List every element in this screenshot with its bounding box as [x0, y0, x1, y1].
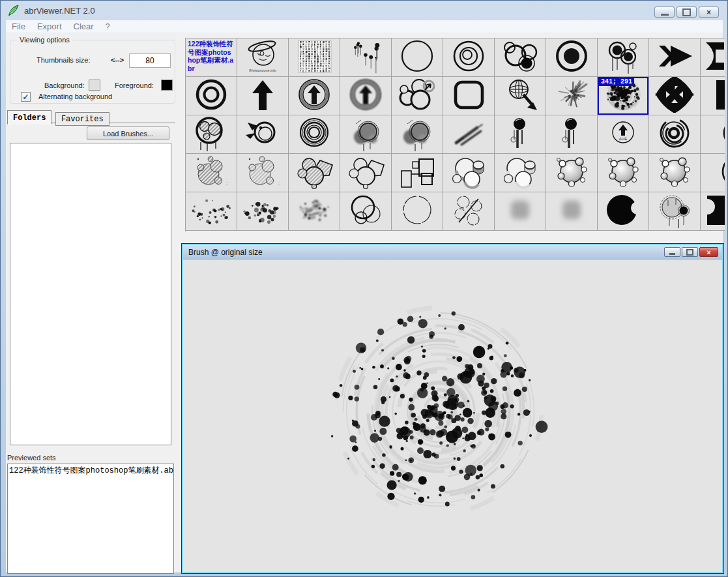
brush-thumbnail-circled-arrow[interactable]	[289, 77, 340, 115]
brush-thumbnail-cylinder-cluster-outline[interactable]	[495, 154, 546, 192]
brush-thumbnail-art	[547, 38, 596, 77]
maximize-icon	[682, 8, 691, 16]
maximize-button[interactable]	[677, 7, 697, 18]
brush-thumbnail-poly-cluster-outline[interactable]	[340, 154, 392, 192]
menu-export[interactable]: Export	[31, 20, 68, 33]
close-button[interactable]: ×	[699, 7, 719, 18]
brush-thumbnail-poly-cluster[interactable]	[289, 154, 340, 192]
brush-thumbnail-shaded-sphere-2[interactable]	[598, 154, 649, 192]
svg-text:::: ::	[278, 181, 280, 185]
brush-thumbnail-black-cutout[interactable]	[701, 192, 725, 231]
brush-thumbnail-bitten-circle[interactable]	[598, 192, 649, 231]
brush-thumbnail-bold-target[interactable]	[546, 38, 598, 77]
brush-thumbnail-circled-arrow-soft[interactable]	[340, 77, 392, 115]
menubar: File Export Clear ?	[6, 20, 723, 33]
brush-thumbnail-stamp-arrow-circle[interactable]: AUE	[598, 115, 649, 154]
brush-thumbnail-comet-streaks[interactable]	[443, 115, 495, 154]
preview-window: Brush @ original size ×	[181, 243, 724, 574]
menu-help[interactable]: ?	[100, 20, 116, 33]
brush-thumbnail-art	[342, 77, 390, 115]
brush-thumbnail-set-title[interactable]: 122种装饰性符号图案photoshop笔刷素材.abr	[186, 38, 237, 77]
resize-hint[interactable]: <-->	[111, 56, 124, 64]
brush-thumbnail-dot-spray[interactable]	[186, 192, 237, 231]
brush-thumbnail-art	[496, 115, 545, 154]
folders-listbox[interactable]	[10, 143, 171, 445]
brush-thumbnail-art	[599, 154, 648, 192]
brush-thumbnail-hatched-circle-drips[interactable]	[186, 115, 237, 154]
brush-thumbnail-offset-rings[interactable]	[649, 115, 701, 154]
brush-thumbnail-sketch-circle[interactable]	[392, 192, 443, 231]
brush-thumbnail-offset-rings-2[interactable]	[701, 115, 725, 154]
brush-thumbnail-black-rect[interactable]	[701, 77, 725, 115]
minimize-button[interactable]	[654, 7, 675, 18]
brush-thumbnail-art	[702, 154, 725, 192]
previewed-set-item[interactable]: 122种装饰性符号图案photoshop笔刷素材.abr	[9, 465, 172, 476]
brush-thumbnail-balloon-drip[interactable]	[495, 115, 546, 154]
brush-thumbnail-text-texture[interactable]	[289, 38, 340, 77]
tab-favorites[interactable]: Favorites	[55, 112, 109, 126]
brush-thumbnail-soft-cluster-2[interactable]	[392, 115, 443, 154]
brush-thumbnail-art	[547, 192, 596, 231]
svg-text:AUE: AUE	[619, 137, 626, 141]
brush-thumbnail-doodle-face[interactable]: INvisionzone.info	[237, 38, 289, 77]
background-label: Background:	[44, 81, 85, 89]
brush-thumbnail-rect-frames[interactable]	[392, 154, 443, 192]
preview-maximize-button[interactable]	[682, 247, 698, 257]
brush-thumbnail-dot-smudge[interactable]	[289, 192, 340, 231]
preview-close-button[interactable]: ×	[699, 247, 718, 257]
brush-thumbnail-dot-spray-dark[interactable]	[237, 192, 289, 231]
preview-titlebar[interactable]: Brush @ original size ×	[183, 245, 722, 259]
brush-thumbnail-art	[187, 77, 236, 115]
brush-thumbnail-balloon-rings[interactable]	[598, 38, 649, 77]
preview-canvas[interactable]	[183, 259, 722, 572]
brush-thumbnail-art	[650, 154, 699, 192]
brush-thumbnail-globe-arrow[interactable]	[495, 77, 546, 115]
brush-thumbnail-hook-circle[interactable]	[237, 115, 289, 154]
brush-thumbnail-balloon-drip-2[interactable]	[546, 115, 598, 154]
alternating-background-checkbox[interactable]: ✓	[21, 92, 31, 102]
brush-thumbnail-hatch-cluster[interactable]: ::	[186, 154, 237, 192]
brush-thumbnail-sketch-cluster[interactable]	[443, 192, 495, 231]
thumbnails-size-label: Thumbnails size:	[36, 56, 91, 64]
menu-file[interactable]: File	[6, 20, 31, 33]
brush-thumbnail-black-bracket[interactable]	[701, 38, 725, 77]
brush-thumbnail-shaded-sphere-3[interactable]	[649, 154, 701, 192]
tab-folders[interactable]: Folders	[7, 110, 51, 125]
brush-thumbnail-arc-left[interactable]	[701, 154, 725, 192]
brush-thumbnail-soft-blob[interactable]	[495, 192, 546, 231]
brush-thumbnail-multi-rings[interactable]	[289, 115, 340, 154]
brush-thumbnail-art	[290, 38, 339, 77]
brush-thumbnail-chevron-arrow[interactable]	[649, 38, 701, 77]
brush-thumbnail-circle-cluster-arrow[interactable]	[392, 77, 443, 115]
brush-thumbnail-art: AUE	[599, 115, 648, 154]
brush-thumbnail-art	[239, 77, 287, 115]
titlebar[interactable]: abrViewer.NET 2.0 ×	[1, 1, 727, 20]
foreground-swatch[interactable]	[161, 80, 173, 91]
thumbnails-size-input[interactable]	[129, 53, 171, 68]
brush-thumbnail-dandelion-dots[interactable]	[340, 38, 392, 77]
previewed-sets-listbox[interactable]: 122种装饰性符号图案photoshop笔刷素材.abr	[7, 464, 174, 574]
brush-thumbnail-rounded-square[interactable]	[443, 77, 495, 115]
background-swatch[interactable]	[89, 80, 100, 91]
preview-minimize-button[interactable]	[664, 247, 680, 257]
brush-thumbnail-pinwheel-x[interactable]	[649, 77, 701, 115]
brush-thumbnail-circle-outline[interactable]	[392, 38, 443, 77]
brush-thumbnail-art	[599, 38, 648, 77]
brush-thumbnail-triple-rings[interactable]	[443, 38, 495, 77]
brush-thumbnail-textured-ball[interactable]	[649, 192, 701, 231]
brush-thumbnail-spiral-dots[interactable]: 341; 291	[598, 77, 649, 115]
brush-thumbnail-burst[interactable]	[546, 77, 598, 115]
brush-thumbnail-cylinder-cluster[interactable]	[443, 154, 495, 192]
brush-thumbnail-overlap-circles[interactable]	[340, 192, 392, 231]
brush-thumbnail-art	[290, 154, 339, 192]
load-brushes-button[interactable]: Load Brushes...	[87, 126, 169, 140]
brush-thumbnail-hatch-cluster-light[interactable]: ::	[237, 154, 289, 192]
brush-thumbnail-soft-cluster[interactable]	[340, 115, 392, 154]
preview-minimize-icon	[669, 253, 675, 255]
menu-clear[interactable]: Clear	[68, 20, 100, 33]
brush-thumbnail-soft-blob-2[interactable]	[546, 192, 598, 231]
brush-thumbnail-double-ring[interactable]	[186, 77, 237, 115]
brush-thumbnail-up-arrow[interactable]	[237, 77, 289, 115]
brush-thumbnail-shaded-sphere[interactable]	[546, 154, 598, 192]
brush-thumbnail-ring-cluster[interactable]	[495, 38, 546, 77]
